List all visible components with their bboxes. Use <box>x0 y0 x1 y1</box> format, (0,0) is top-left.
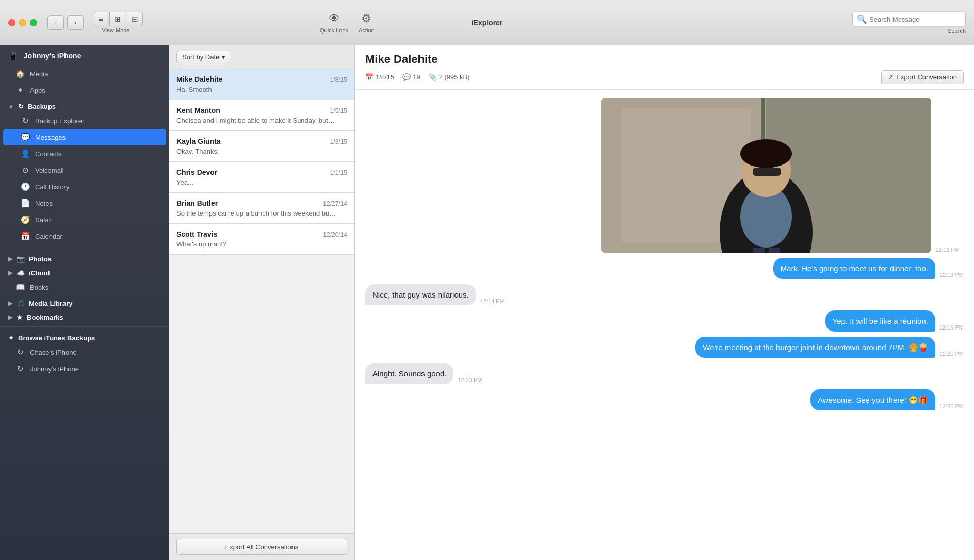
icon-view-button[interactable]: ⊟ <box>127 12 143 26</box>
sidebar-item-backup-explorer[interactable]: ↻ Backup Explorer <box>0 112 169 129</box>
list-item[interactable]: Scott Travis 12/20/14 What's up man!? <box>169 224 354 255</box>
calendar-meta-icon: 📅 <box>365 73 374 81</box>
icloud-icon: ☁️ <box>17 269 25 277</box>
sidebar-item-safari[interactable]: 🧭 Safari <box>0 211 169 228</box>
bubble-time: 12:14 PM <box>480 298 505 305</box>
home-icon: 🏠 <box>15 69 25 78</box>
message-row: 12:20 PM We're meeting at the burger joi… <box>365 337 964 358</box>
photo-time: 12:13 PM <box>935 246 960 253</box>
expand-icon: ▼ <box>8 104 14 110</box>
msg-preview: So the temps came up a bunch for this we… <box>176 209 336 217</box>
list-item[interactable]: Mike Dalehite 1/8/15 Ha. Smooth <box>169 69 354 100</box>
sidebar-item-photos[interactable]: ▶ 📷 Photos <box>0 251 169 265</box>
photo-message-wrap: 12:13 PM <box>365 98 964 253</box>
safari-icon: 🧭 <box>21 215 30 224</box>
bubble-time: 12:16 PM <box>939 324 964 332</box>
sidebar-item-bookmarks[interactable]: ▶ ★ Bookmarks <box>0 309 169 323</box>
export-all-button[interactable]: Export All Conversations <box>176 539 347 555</box>
nav-buttons: ‹ › <box>47 15 84 30</box>
sidebar-label-photos: Photos <box>29 255 52 263</box>
list-view-button[interactable]: ≡ <box>94 12 107 26</box>
close-button[interactable] <box>8 19 15 26</box>
minimize-button[interactable] <box>19 19 26 26</box>
msg-name: Kayla Giunta <box>176 137 221 145</box>
quick-look-button[interactable]: 👁 Quick Look <box>320 12 348 34</box>
device-icon-johnny: ↻ <box>15 364 25 373</box>
calendar-icon: 📅 <box>21 232 30 241</box>
sidebar-label-books: Books <box>30 284 48 291</box>
sidebar-item-apps[interactable]: ✦ Apps <box>0 82 169 98</box>
sidebar-item-call-history[interactable]: 🕐 Call History <box>0 178 169 195</box>
messages-icon: 💬 <box>21 133 30 142</box>
list-item[interactable]: Chris Devor 1/1/15 Yea... <box>169 162 354 193</box>
browse-itunes-backups-section[interactable]: ✦ Browse iTunes Backups <box>0 330 169 344</box>
msg-item-header: Kent Manton 1/5/15 <box>176 106 347 114</box>
notes-icon: 📄 <box>21 199 30 208</box>
sidebar-item-calendar[interactable]: 📅 Calendar <box>0 228 169 244</box>
search-input-wrap: 🔍 <box>852 11 966 26</box>
titlebar: ‹ › ≡ ⊞ ⊟ View Mode 👁 Quick Look ⚙ Actio… <box>0 0 974 45</box>
backup-explorer-icon: ↻ <box>21 116 30 125</box>
column-view-button[interactable]: ⊞ <box>109 12 125 26</box>
message-bubble-outgoing: We're meeting at the burger joint in dow… <box>695 337 935 358</box>
sidebar-label-johnny-iphone2: Johnny's iPhone <box>30 365 79 373</box>
msg-name: Mike Dalehite <box>176 75 222 84</box>
sidebar-item-chase-iphone[interactable]: ↻ Chase's iPhone <box>0 344 169 360</box>
sidebar-item-messages[interactable]: 💬 Messages <box>3 129 166 145</box>
device-icon-chase: ↻ <box>15 348 25 357</box>
msg-item-header: Mike Dalehite 1/8/15 <box>176 75 347 84</box>
sidebar-label-contacts: Contacts <box>35 150 61 158</box>
main-content: 📱 Johnny's iPhone 🏠 Media ✦ Apps ▼ ↻ Bac… <box>0 45 974 560</box>
sidebar: 📱 Johnny's iPhone 🏠 Media ✦ Apps ▼ ↻ Bac… <box>0 45 169 560</box>
forward-button[interactable]: › <box>67 15 84 30</box>
maximize-button[interactable] <box>30 19 37 26</box>
sort-button[interactable]: Sort by Date ▾ <box>176 51 231 63</box>
export-conversation-button[interactable]: ↗ Export Conversation <box>881 70 964 84</box>
msg-preview: Yea... <box>176 178 336 186</box>
expand-icon-photos: ▶ <box>8 256 12 262</box>
sidebar-label-call-history: Call History <box>35 183 69 191</box>
msg-name: Brian Butler <box>176 199 218 207</box>
meta-messages: 💬 19 <box>402 73 420 81</box>
list-item[interactable]: Brian Butler 12/27/14 So the temps came … <box>169 193 354 224</box>
books-icon: 📖 <box>15 283 25 292</box>
sidebar-label-safari: Safari <box>35 216 53 224</box>
sidebar-label-browse-backups: Browse iTunes Backups <box>18 334 95 342</box>
traffic-lights <box>8 19 37 26</box>
conversation-list: Mike Dalehite 1/8/15 Ha. Smooth Kent Man… <box>169 69 354 533</box>
search-input[interactable] <box>869 15 961 23</box>
eye-icon: 👁 <box>329 12 340 25</box>
message-thread: 12:13 PM 12:13 PM Mark. He's going to me… <box>355 90 974 560</box>
conversation-meta: 📅 1/8/15 💬 19 📎 2 (995 kB) ↗ Export Conv… <box>365 70 964 84</box>
action-label: Action <box>359 27 375 34</box>
sidebar-label-messages: Messages <box>35 134 66 141</box>
meta-date-value: 1/8/15 <box>376 73 394 81</box>
back-button[interactable]: ‹ <box>47 15 64 30</box>
sidebar-item-contacts[interactable]: 👤 Contacts <box>0 145 169 162</box>
app-title-area: iExplorer <box>472 19 503 27</box>
message-row: 12:13 PM Mark. He's going to meet us for… <box>365 258 964 279</box>
list-item[interactable]: Kayla Giunta 1/3/15 Okay. Thanks. <box>169 131 354 162</box>
sort-label: Sort by Date <box>182 53 219 61</box>
sidebar-item-johnny-iphone2[interactable]: ↻ Johnny's iPhone <box>0 360 169 377</box>
action-button[interactable]: ⚙ Action <box>359 12 375 34</box>
sidebar-label-backups: Backups <box>28 103 56 110</box>
sidebar-item-notes[interactable]: 📄 Notes <box>0 195 169 211</box>
sidebar-item-media-library[interactable]: ▶ 🎵 Media Library <box>0 295 169 309</box>
export-icon: ↗ <box>888 73 894 81</box>
conversation-panel: Mike Dalehite 📅 1/8/15 💬 19 📎 2 (995 kB)… <box>355 45 974 560</box>
msg-date: 1/1/15 <box>330 169 347 176</box>
msg-date: 1/3/15 <box>330 138 347 145</box>
sidebar-item-books[interactable]: 📖 Books <box>0 279 169 295</box>
sidebar-item-voicemail[interactable]: ⊙ Voicemail <box>0 162 169 178</box>
sidebar-item-icloud[interactable]: ▶ ☁️ iCloud <box>0 265 169 279</box>
device-header: 📱 Johnny's iPhone <box>0 45 169 65</box>
sidebar-label-icloud: iCloud <box>29 269 50 277</box>
list-item[interactable]: Kent Manton 1/5/15 Chelsea and I might b… <box>169 100 354 131</box>
view-mode-group: ≡ ⊞ ⊟ <box>94 12 143 26</box>
sidebar-label-backup-explorer: Backup Explorer <box>35 117 84 125</box>
sidebar-item-media[interactable]: 🏠 Media <box>0 65 169 82</box>
sidebar-label-notes: Notes <box>35 200 53 207</box>
sidebar-item-backups[interactable]: ▼ ↻ Backups <box>0 98 169 112</box>
backups-icon: ↻ <box>18 103 24 110</box>
